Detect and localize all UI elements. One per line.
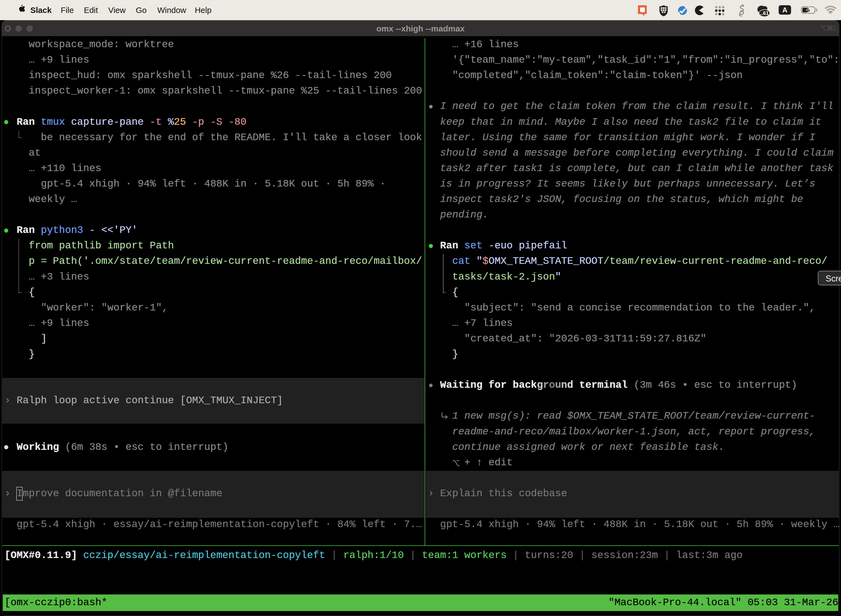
svg-text:..61: ..61 xyxy=(760,10,769,16)
svg-text:A: A xyxy=(782,6,787,14)
svg-text:1: 1 xyxy=(833,25,837,32)
